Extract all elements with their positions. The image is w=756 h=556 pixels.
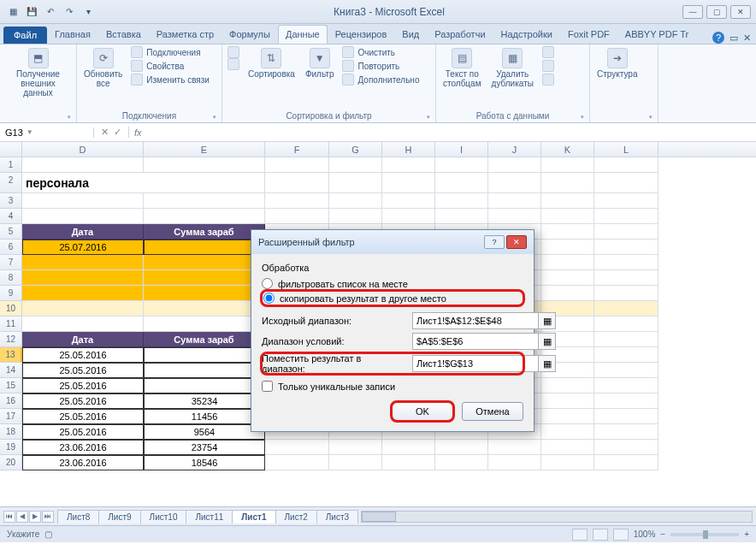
row-header[interactable]: 18 [0,424,22,440]
macro-record-icon[interactable]: ▢ [44,529,52,539]
cell[interactable] [265,157,329,173]
edit-links-button[interactable]: Изменить связи [131,74,210,86]
cell[interactable]: Сумма зараб [144,224,265,240]
zoom-slider[interactable] [670,533,739,536]
cell[interactable]: 25.05.2016 [22,424,144,440]
sheet-tab[interactable]: Лист10 [140,510,187,523]
cell[interactable]: 25.07.2016 [22,240,144,255]
col-header-E[interactable]: E [144,142,265,157]
cell[interactable] [594,347,659,363]
row-header[interactable]: 16 [0,393,22,409]
cell[interactable] [594,157,659,173]
cell[interactable] [541,409,594,424]
cell[interactable]: 25.05.2016 [22,363,144,378]
cell[interactable]: 25.05.2016 [22,409,144,424]
cell[interactable] [329,209,382,224]
outline-button[interactable]: ➔Структура [595,46,639,80]
row-header[interactable]: 14 [0,363,22,378]
filter-button[interactable]: ▼Фильтр [304,46,336,80]
cell[interactable] [382,157,435,173]
cell[interactable] [594,393,659,409]
cell[interactable] [594,286,659,301]
row-header[interactable]: 10 [0,301,22,316]
sheet-nav-next-icon[interactable]: ▶ [29,511,41,523]
row-header[interactable]: 20 [0,455,22,470]
save-icon[interactable]: 💾 [24,4,39,20]
view-pagebreak-icon[interactable] [613,529,629,541]
row-header[interactable]: 12 [0,332,22,347]
tab-data[interactable]: Данные [278,25,328,44]
radio-filter-inplace[interactable]: фильтровать список на месте [262,276,523,291]
refresh-all-button[interactable]: ⟳Обновить все [82,46,124,90]
minimize-button[interactable]: — [682,5,703,19]
cell[interactable] [265,209,329,224]
col-header-J[interactable]: J [488,142,541,157]
cell[interactable] [22,209,144,224]
cell[interactable] [144,316,265,332]
cell[interactable]: Сумма зараб [144,332,265,347]
cell[interactable] [541,455,594,470]
cell[interactable]: 23.06.2016 [22,455,144,470]
cell[interactable] [382,209,435,224]
tab-file[interactable]: Файл [3,27,47,44]
cell[interactable] [435,157,488,173]
col-header-D[interactable]: D [22,142,144,157]
ok-button[interactable]: OK [392,402,453,421]
col-header-H[interactable]: H [382,142,435,157]
cell[interactable] [265,455,329,470]
cell[interactable] [144,209,265,224]
sheet-tab[interactable]: Лист9 [98,510,140,523]
cell[interactable] [541,255,594,270]
view-layout-icon[interactable] [593,529,608,541]
cell[interactable]: 23754 [144,440,265,455]
cell[interactable] [541,157,594,173]
cell[interactable] [382,455,435,470]
sheet-tab[interactable]: Лист11 [186,510,233,523]
row-header[interactable]: 19 [0,440,22,455]
cell[interactable] [488,440,541,455]
cell[interactable] [329,157,382,173]
undo-icon[interactable]: ↶ [43,4,58,20]
range-picker-icon[interactable]: ▦ [539,312,556,329]
cell[interactable] [435,193,488,209]
cell[interactable] [144,347,265,363]
cell[interactable]: персонала [22,173,144,193]
redo-icon[interactable]: ↷ [62,4,77,20]
cell[interactable] [144,157,265,173]
cell[interactable] [22,286,144,301]
row-header[interactable]: 15 [0,378,22,393]
sort-button[interactable]: ⇅Сортировка [246,46,297,80]
tab-addins[interactable]: Надстройки [493,25,560,44]
row-header[interactable]: 7 [0,255,22,270]
cell[interactable]: Дата [22,224,144,240]
cell[interactable] [541,173,594,193]
cell[interactable] [594,209,659,224]
radio-copy-to[interactable]: скопировать результат в другое место [262,291,523,305]
row-header[interactable]: 11 [0,316,22,332]
cell[interactable] [594,409,659,424]
input-list-range[interactable] [412,312,539,329]
cell[interactable] [144,286,265,301]
sheet-nav-last-icon[interactable]: ⏭ [42,511,54,523]
cell[interactable] [541,440,594,455]
cell[interactable] [488,173,541,193]
cancel-formula-icon[interactable]: ✕ [101,127,109,138]
cell[interactable] [435,173,488,193]
advanced-filter-button[interactable]: Дополнительно [342,74,419,86]
reapply-filter-button[interactable]: Повторить [342,60,419,72]
consolidate-button[interactable] [542,60,554,72]
range-picker-icon[interactable]: ▦ [539,355,556,372]
cell[interactable] [435,455,488,470]
cell[interactable]: Дата [22,332,144,347]
cell[interactable] [488,455,541,470]
cell[interactable]: 11456 [144,409,265,424]
cell[interactable] [594,255,659,270]
range-picker-icon[interactable]: ▦ [539,333,556,350]
tab-insert[interactable]: Вставка [98,25,149,44]
cell[interactable]: 18546 [144,455,265,470]
input-copy-to[interactable] [412,355,539,372]
select-all-corner[interactable] [0,142,22,157]
cell[interactable] [144,255,265,270]
tab-formulas[interactable]: Формулы [221,25,278,44]
ribbon-minimize-icon[interactable]: ▭ [729,33,738,44]
